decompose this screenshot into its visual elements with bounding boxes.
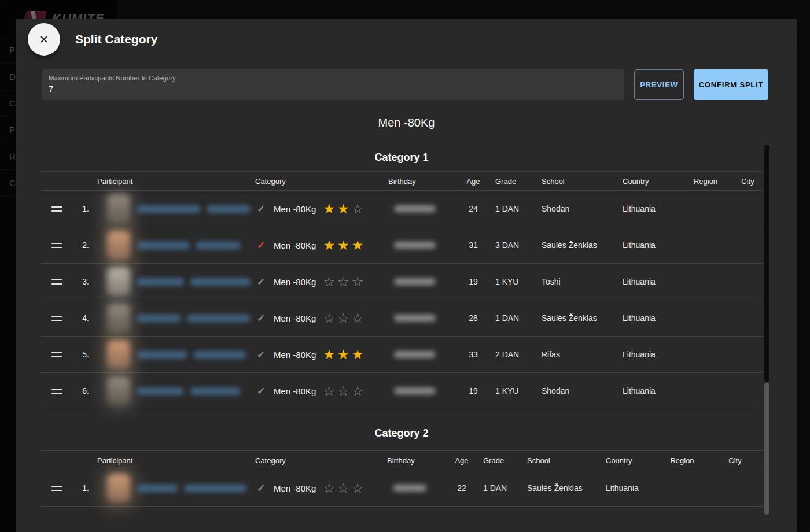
name-redacted-bar <box>196 242 241 249</box>
star-rating: ☆☆☆ <box>323 384 363 398</box>
name-redacted-bar <box>207 205 251 213</box>
row-birthday-redacted <box>394 387 436 394</box>
name-redacted-bar <box>137 278 184 286</box>
column-header-birthday: Birthday <box>382 456 445 465</box>
row-school: Saulės Ženklas <box>537 313 618 323</box>
participant-row: 1. ✓ Men -80Kg ★★☆ 24 1 DAN Shodan Lithu… <box>41 191 763 227</box>
drag-handle[interactable] <box>45 316 68 321</box>
participant-avatar <box>107 231 130 260</box>
selected-check-icon: ✓ <box>255 349 267 361</box>
max-participants-value: 7 <box>49 84 617 94</box>
scrollbar-thumb[interactable] <box>764 145 770 382</box>
row-grade: 1 DAN <box>491 313 537 323</box>
drag-handle[interactable] <box>45 279 68 285</box>
confirm-split-button[interactable]: CONFIRM SPLIT <box>694 69 768 100</box>
close-icon: ✕ <box>39 33 49 46</box>
drag-handle[interactable] <box>45 352 68 357</box>
star-filled-icon: ★ <box>323 348 335 361</box>
row-index: 1. <box>68 483 96 493</box>
column-header-birthday: Birthday <box>384 177 456 186</box>
drag-handle[interactable] <box>45 243 68 248</box>
row-category-label: Men -80Kg <box>274 483 316 493</box>
categories-container: Category 1 ParticipantCategoryBirthdayAg… <box>41 143 763 507</box>
participant-avatar <box>107 340 130 369</box>
row-age: 33 <box>456 350 491 359</box>
participant-name-link[interactable] <box>137 278 251 286</box>
drag-handle[interactable] <box>45 486 68 491</box>
participant-name-link[interactable] <box>137 205 251 213</box>
row-school: Saulės Ženklas <box>522 483 601 493</box>
participant-name-link[interactable] <box>137 351 251 359</box>
participant-avatar <box>107 267 130 296</box>
column-header-participant: Participant <box>96 456 251 465</box>
selected-check-icon: ✓ <box>255 312 267 324</box>
column-header-category: Category <box>251 456 382 465</box>
participant-name-link[interactable] <box>137 242 251 249</box>
star-filled-icon: ★ <box>323 202 335 216</box>
participant-avatar <box>107 474 130 503</box>
scrollbar <box>764 143 770 532</box>
star-filled-icon: ★ <box>352 238 364 252</box>
categories-scroll-area[interactable]: Category 1 ParticipantCategoryBirthdayAg… <box>16 143 797 532</box>
table-header-row: ParticipantCategoryBirthdayAgeGradeSchoo… <box>41 450 763 470</box>
row-school: Rifas <box>537 350 618 359</box>
row-country: Lithuania <box>618 386 678 396</box>
preview-button[interactable]: PREVIEW <box>634 69 684 100</box>
row-age: 22 <box>445 483 478 493</box>
participant-name-link[interactable] <box>137 315 251 322</box>
row-grade: 3 DAN <box>491 241 537 250</box>
row-age: 19 <box>456 386 491 396</box>
drag-handle[interactable] <box>45 389 68 394</box>
column-header-grade: Grade <box>491 177 537 186</box>
row-school: Saulės Ženklas <box>537 241 618 250</box>
column-header-city: City <box>708 456 763 465</box>
name-redacted-bar <box>190 278 251 286</box>
modal-header: ✕ Split Category <box>16 19 797 60</box>
row-age: 19 <box>456 277 491 286</box>
close-button[interactable]: ✕ <box>28 23 60 56</box>
selected-check-icon: ✓ <box>255 203 267 215</box>
name-redacted-bar <box>137 387 184 395</box>
participant-avatar <box>107 376 130 405</box>
row-country: Lithuania <box>618 277 678 286</box>
star-empty-icon: ☆ <box>323 311 335 325</box>
drag-handle[interactable] <box>45 206 68 212</box>
category-title: Category 1 <box>41 143 763 171</box>
column-header-participant: Participant <box>96 177 251 186</box>
row-index: 1. <box>68 204 96 213</box>
star-empty-icon: ☆ <box>352 202 364 216</box>
star-filled-icon: ★ <box>323 238 335 252</box>
row-school: Toshi <box>537 277 618 286</box>
weight-category-heading: Men -80Kg <box>16 116 797 130</box>
participant-row: 4. ✓ Men -80Kg ☆☆☆ 28 1 DAN Saulės Ženkl… <box>41 300 763 337</box>
participant-name-link[interactable] <box>137 485 251 492</box>
star-empty-icon: ☆ <box>352 275 364 289</box>
star-filled-icon: ★ <box>337 348 349 361</box>
row-school: Shodan <box>537 386 618 396</box>
row-index: 2. <box>68 241 96 250</box>
star-empty-icon: ☆ <box>337 384 349 398</box>
selected-check-icon: ✓ <box>255 385 267 397</box>
star-empty-icon: ☆ <box>323 384 335 398</box>
star-empty-icon: ☆ <box>352 311 364 325</box>
row-birthday-redacted <box>394 205 436 212</box>
row-school: Shodan <box>537 204 618 213</box>
max-participants-label: Maximum Participants Number In Category <box>49 75 617 82</box>
column-header-school: School <box>537 177 618 186</box>
participant-avatar <box>107 304 130 332</box>
star-rating: ★★★ <box>323 238 363 252</box>
max-participants-input[interactable]: Maximum Participants Number In Category … <box>42 69 624 100</box>
column-header-region: Region <box>678 177 733 186</box>
star-empty-icon: ☆ <box>323 275 335 289</box>
row-grade: 1 DAN <box>478 483 522 493</box>
row-category-label: Men -80Kg <box>274 241 316 250</box>
row-index: 3. <box>68 277 96 286</box>
scrollbar-track[interactable] <box>764 383 770 515</box>
selected-check-icon: ✓ <box>255 239 267 252</box>
name-redacted-bar <box>184 485 246 492</box>
row-country: Lithuania <box>618 350 678 359</box>
row-birthday-redacted <box>394 315 436 322</box>
column-header-country: Country <box>601 456 657 465</box>
participant-name-link[interactable] <box>137 387 251 395</box>
column-header-country: Country <box>618 177 678 186</box>
